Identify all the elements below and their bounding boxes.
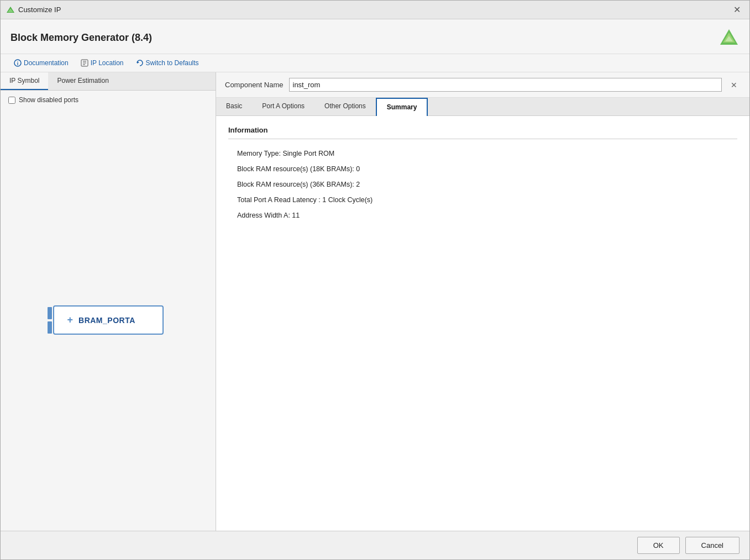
bram-label: BRAM_PORTA bbox=[78, 316, 135, 325]
documentation-button[interactable]: i Documentation bbox=[11, 57, 72, 68]
component-name-input[interactable] bbox=[289, 78, 722, 92]
show-disabled-ports-label: Show disabled ports bbox=[19, 96, 78, 104]
tab-ip-symbol[interactable]: IP Symbol bbox=[1, 72, 48, 90]
list-item: Memory Type: Single Port ROM bbox=[228, 146, 737, 161]
component-name-row: Component Name ✕ bbox=[216, 72, 749, 98]
title-bar: Customize IP ✕ bbox=[1, 1, 749, 19]
right-content: Information Memory Type: Single Port ROM… bbox=[216, 116, 749, 531]
tab-basic[interactable]: Basic bbox=[216, 98, 252, 115]
customize-ip-dialog: Customize IP ✕ Block Memory Generator (8… bbox=[0, 0, 750, 560]
content-area: IP Symbol Power Estimation Show disabled… bbox=[1, 72, 749, 531]
tab-summary[interactable]: Summary bbox=[376, 98, 428, 116]
close-button[interactable]: ✕ bbox=[730, 3, 744, 16]
bottom-bar: OK Cancel bbox=[1, 531, 749, 559]
info-section-title: Information bbox=[228, 126, 737, 139]
show-ports-row: Show disabled ports bbox=[1, 91, 216, 109]
left-panel: IP Symbol Power Estimation Show disabled… bbox=[1, 72, 216, 531]
bram-plus-icon: + bbox=[67, 314, 74, 326]
list-item: Block RAM resource(s) (36K BRAMs): 2 bbox=[228, 177, 737, 192]
title-bar-left: Customize IP bbox=[6, 6, 61, 14]
main-title: Block Memory Generator (8.4) bbox=[11, 32, 152, 44]
switch-to-defaults-button[interactable]: Switch to Defaults bbox=[133, 57, 202, 68]
right-panel: Component Name ✕ Basic Port A Options Ot… bbox=[216, 72, 749, 531]
bram-bar-2 bbox=[48, 321, 52, 334]
right-tabs: Basic Port A Options Other Options Summa… bbox=[216, 98, 749, 116]
location-icon bbox=[81, 59, 88, 67]
svg-marker-11 bbox=[137, 61, 139, 64]
bram-bar-1 bbox=[48, 307, 52, 319]
list-item: Block RAM resource(s) (18K BRAMs): 0 bbox=[228, 161, 737, 177]
app-icon bbox=[6, 6, 15, 14]
toolbar: i Documentation IP Location Switch to De… bbox=[1, 54, 749, 72]
title-bar-text: Customize IP bbox=[18, 6, 61, 14]
component-name-clear-button[interactable]: ✕ bbox=[727, 80, 741, 91]
tab-port-a-options[interactable]: Port A Options bbox=[252, 98, 314, 115]
cancel-button[interactable]: Cancel bbox=[685, 537, 739, 554]
left-tabs: IP Symbol Power Estimation bbox=[1, 72, 216, 91]
info-icon: i bbox=[14, 59, 22, 67]
component-name-label: Component Name bbox=[225, 81, 284, 89]
symbol-area: + BRAM_PORTA bbox=[1, 109, 216, 531]
bram-symbol: + BRAM_PORTA bbox=[53, 305, 164, 335]
main-title-area: Block Memory Generator (8.4) bbox=[1, 19, 749, 54]
bram-left-bar bbox=[48, 307, 52, 334]
list-item: Address Width A: 11 bbox=[228, 208, 737, 223]
ok-button[interactable]: OK bbox=[637, 537, 680, 554]
svg-text:i: i bbox=[17, 61, 19, 66]
list-item: Total Port A Read Latency : 1 Clock Cycl… bbox=[228, 192, 737, 208]
show-disabled-ports-checkbox[interactable] bbox=[8, 97, 15, 104]
refresh-icon bbox=[136, 59, 144, 67]
tab-power-estimation[interactable]: Power Estimation bbox=[48, 72, 117, 90]
ip-location-button[interactable]: IP Location bbox=[77, 57, 127, 68]
tab-other-options[interactable]: Other Options bbox=[314, 98, 376, 115]
vivado-logo bbox=[718, 27, 739, 48]
